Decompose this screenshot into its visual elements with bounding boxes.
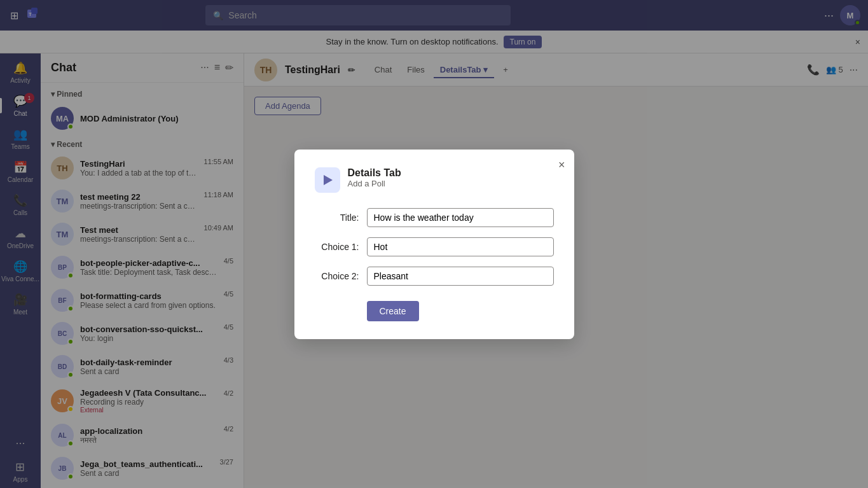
title-field: Title: — [315, 208, 554, 227]
modal-subtitle: Add a Poll — [348, 179, 401, 188]
poll-title-input[interactable] — [367, 208, 554, 227]
svg-marker-3 — [324, 175, 333, 185]
create-poll-button[interactable]: Create — [367, 301, 419, 321]
poll-modal: Details Tab Add a Poll × Title: Choice 1… — [294, 150, 574, 339]
choice1-label: Choice 1: — [315, 242, 359, 252]
modal-app-icon — [315, 167, 340, 193]
choice1-input[interactable] — [367, 237, 554, 256]
choice1-field: Choice 1: — [315, 237, 554, 256]
choice2-label: Choice 2: — [315, 271, 359, 281]
choice2-field: Choice 2: — [315, 267, 554, 286]
modal-overlay: Details Tab Add a Poll × Title: Choice 1… — [0, 0, 868, 488]
modal-title: Details Tab — [348, 167, 401, 179]
modal-close-button[interactable]: × — [558, 158, 565, 172]
title-label: Title: — [315, 213, 359, 223]
modal-title-block: Details Tab Add a Poll — [348, 167, 401, 188]
choice2-input[interactable] — [367, 267, 554, 286]
modal-header: Details Tab Add a Poll — [315, 167, 554, 193]
